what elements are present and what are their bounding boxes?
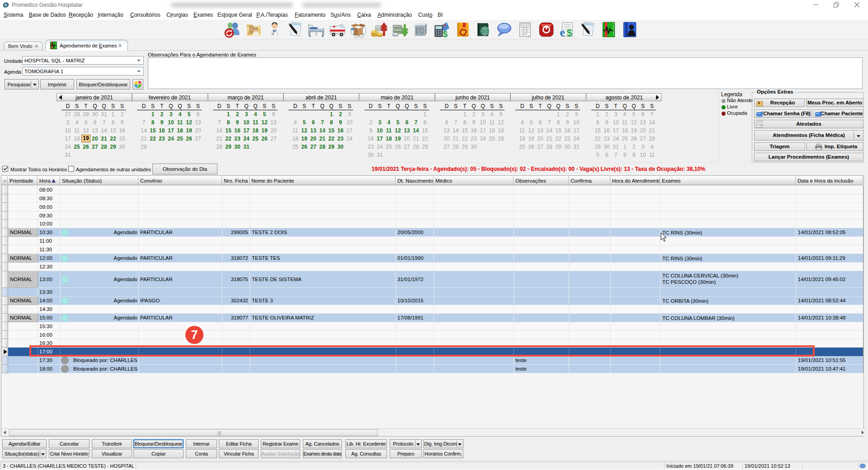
svg-text:$: $ [566,27,572,38]
svg-text:$: $ [443,29,448,38]
svg-text:e: e [560,26,565,38]
